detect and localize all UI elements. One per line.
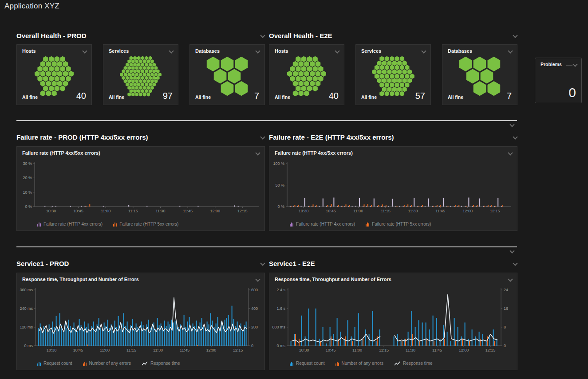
- service1-prod-tile[interactable]: Response time, Throughput and Number of …: [16, 273, 265, 370]
- entity-count: 7: [254, 91, 259, 101]
- health-tile[interactable]: Hosts All fine 40: [269, 44, 344, 105]
- svg-text:11:30: 11:30: [153, 348, 163, 352]
- chevron-down-icon[interactable]: [508, 151, 513, 155]
- bar-series-icon: [37, 361, 41, 366]
- svg-text:11:30: 11:30: [406, 348, 415, 352]
- problems-count: 0: [568, 85, 576, 100]
- chevron-down-icon[interactable]: [572, 63, 577, 66]
- svg-text:240 ms: 240 ms: [20, 306, 33, 311]
- legend-item: Failure rate (HTTP 5xx errors): [113, 222, 178, 227]
- svg-text:800 ms: 800 ms: [272, 325, 285, 329]
- failure-rate-e2e-tile[interactable]: Failure rate (HTTP 4xx/5xx errors)0 %50 …: [269, 146, 517, 231]
- svg-text:0 %: 0 %: [25, 204, 32, 209]
- legend-item: Request count: [37, 361, 72, 366]
- svg-text:12:00: 12:00: [462, 209, 473, 213]
- svg-text:0 ms: 0 ms: [276, 344, 285, 348]
- svg-text:400: 400: [251, 306, 258, 311]
- chevron-down-icon[interactable]: [260, 135, 265, 139]
- legend-label: Request count: [43, 361, 72, 366]
- chart-legend: Request countNumber of any errorsRespons…: [290, 361, 433, 366]
- svg-text:24: 24: [504, 288, 508, 292]
- svg-text:20 %: 20 %: [23, 176, 32, 180]
- chevron-down-icon[interactable]: [255, 49, 260, 53]
- chevron-down-icon[interactable]: [513, 34, 517, 37]
- chart-title: Response time, Throughput and Number of …: [275, 277, 391, 282]
- chevron-down-icon[interactable]: [260, 262, 265, 265]
- status-badge: All fine: [275, 94, 290, 100]
- svg-text:11:45: 11:45: [432, 348, 442, 352]
- service1-e2e-tile[interactable]: Response time, Throughput and Number of …: [269, 273, 517, 370]
- chart-legend: Failure rate (HTTP 4xx errors)Failure ra…: [37, 222, 178, 227]
- bar-series-icon: [83, 361, 87, 366]
- chevron-down-icon[interactable]: [255, 151, 260, 155]
- legend-item: Failure rate (HTTP 4xx errors): [290, 222, 355, 227]
- legend-item: Request count: [290, 361, 325, 366]
- failure-rate-prod-tile[interactable]: Failure rate (HTTP 4xx/5xx errors)0 %10 …: [16, 146, 265, 231]
- bar-series-icon: [335, 361, 339, 366]
- dash-icon: [566, 65, 572, 66]
- svg-text:10:30: 10:30: [47, 348, 57, 352]
- failure-e2e-chart-canvas[interactable]: 0 %50 %100 %10:3010:4511:0011:1511:3011:…: [269, 157, 518, 224]
- health-tile[interactable]: Services All fine 97: [103, 44, 178, 105]
- svg-text:11:00: 11:00: [100, 348, 110, 352]
- health-tile[interactable]: Services All fine 57: [355, 44, 431, 105]
- health-tile-title: Hosts: [275, 48, 288, 54]
- section-title: Failure rate - E2E (HTTP 4xx/5xx errors): [269, 133, 394, 141]
- bar-series-icon: [366, 222, 369, 227]
- section-title: Failure rate - PROD (HTTP 4xx/5xx errors…: [16, 133, 148, 141]
- chevron-down-icon[interactable]: [513, 262, 517, 265]
- problems-tile[interactable]: Problems 0: [535, 58, 582, 103]
- chevron-down-icon[interactable]: [513, 135, 517, 139]
- service-e2e-chart-canvas[interactable]: 0 ms800 ms1.6 s2.4 s08162410:3010:4511:0…: [269, 284, 518, 360]
- svg-text:600: 600: [251, 288, 258, 292]
- legend-item: Number of any errors: [335, 361, 383, 366]
- section-title: Service1 - PROD: [16, 260, 69, 267]
- chevron-down-icon[interactable]: [421, 49, 426, 53]
- legend-label: Failure rate (HTTP 5xx errors): [119, 222, 178, 227]
- chevron-down-icon[interactable]: [255, 277, 260, 281]
- svg-text:100 %: 100 %: [273, 161, 284, 166]
- service-prod-chart-canvas[interactable]: 0 ms120 ms240 ms360 ms020040060010:3010:…: [17, 284, 265, 360]
- dashboard: Application XYZ Overall Health - PROD Ov…: [0, 0, 588, 379]
- bar-series-icon: [290, 361, 293, 366]
- svg-text:11:00: 11:00: [101, 209, 110, 213]
- chevron-down-icon[interactable]: [335, 49, 339, 53]
- svg-text:12:15: 12:15: [233, 348, 243, 352]
- chart-title: Failure rate (HTTP 4xx/5xx errors): [275, 150, 353, 156]
- svg-text:10 %: 10 %: [23, 190, 32, 195]
- entity-count: 7: [507, 91, 512, 101]
- legend-item: Number of any errors: [83, 361, 131, 366]
- svg-text:11:15: 11:15: [379, 348, 389, 352]
- svg-text:50 %: 50 %: [275, 183, 284, 188]
- entity-count: 97: [163, 91, 173, 101]
- svg-text:11:15: 11:15: [126, 348, 136, 352]
- entity-count: 40: [76, 91, 86, 101]
- svg-text:200: 200: [251, 325, 258, 329]
- svg-text:10:30: 10:30: [299, 209, 309, 213]
- svg-text:0 ms: 0 ms: [24, 344, 33, 348]
- status-badge: All fine: [22, 94, 38, 100]
- svg-text:10:45: 10:45: [73, 348, 83, 352]
- chevron-down-icon[interactable]: [260, 34, 265, 37]
- svg-text:11:00: 11:00: [353, 209, 363, 213]
- svg-text:10:30: 10:30: [46, 209, 56, 213]
- legend-label: Request count: [296, 361, 325, 366]
- section-header-overall-health-prod: Overall Health - PROD: [16, 32, 265, 41]
- health-tile[interactable]: Hosts All fine 40: [16, 44, 92, 105]
- entity-count: 57: [415, 91, 425, 101]
- chevron-down-icon[interactable]: [509, 249, 514, 253]
- legend-item: Failure rate (HTTP 5xx errors): [366, 222, 431, 227]
- legend-label: Response time: [403, 361, 433, 366]
- svg-text:30 %: 30 %: [23, 161, 32, 166]
- svg-text:11:45: 11:45: [180, 348, 189, 352]
- status-badge: All fine: [361, 94, 377, 100]
- chevron-down-icon[interactable]: [508, 49, 513, 53]
- chevron-down-icon[interactable]: [169, 49, 174, 53]
- health-tile[interactable]: Databases All fine 7: [442, 44, 517, 105]
- chevron-down-icon[interactable]: [509, 123, 514, 126]
- failure-prod-chart-canvas[interactable]: 0 %10 %20 %30 %10:3010:4511:0011:1511:30…: [17, 157, 265, 224]
- chevron-down-icon[interactable]: [508, 277, 513, 281]
- svg-text:11:00: 11:00: [352, 348, 362, 352]
- chevron-down-icon[interactable]: [82, 49, 87, 53]
- health-tile[interactable]: Databases All fine 7: [189, 44, 265, 105]
